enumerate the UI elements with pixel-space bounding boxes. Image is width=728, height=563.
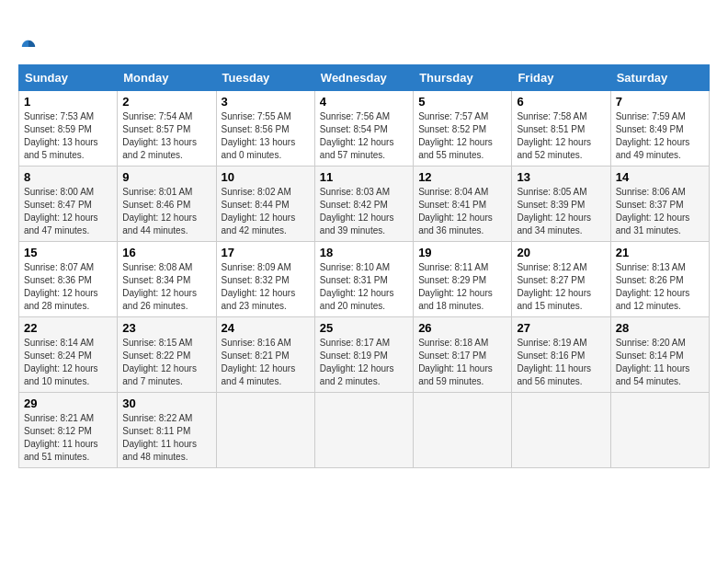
day-info: Sunrise: 7:54 AM Sunset: 8:57 PM Dayligh…	[122, 110, 210, 162]
page-header	[18, 18, 710, 59]
calendar-week-row: 8Sunrise: 8:00 AM Sunset: 8:47 PM Daylig…	[19, 167, 710, 242]
day-info: Sunrise: 8:06 AM Sunset: 8:37 PM Dayligh…	[616, 186, 704, 237]
day-number: 26	[418, 321, 506, 335]
calendar-cell: 25Sunrise: 8:17 AM Sunset: 8:19 PM Dayli…	[314, 317, 413, 393]
day-number: 25	[320, 321, 408, 335]
day-number: 15	[24, 246, 112, 259]
day-info: Sunrise: 8:08 AM Sunset: 8:34 PM Dayligh…	[122, 261, 210, 313]
day-info: Sunrise: 8:13 AM Sunset: 8:26 PM Dayligh…	[616, 261, 704, 313]
calendar-week-row: 15Sunrise: 8:07 AM Sunset: 8:36 PM Dayli…	[19, 242, 710, 317]
day-info: Sunrise: 8:01 AM Sunset: 8:46 PM Dayligh…	[122, 186, 210, 237]
calendar-cell: 12Sunrise: 8:04 AM Sunset: 8:41 PM Dayli…	[414, 167, 512, 242]
calendar-cell: 22Sunrise: 8:14 AM Sunset: 8:24 PM Dayli…	[19, 317, 118, 393]
calendar-header-row: SundayMondayTuesdayWednesdayThursdayFrid…	[19, 65, 710, 91]
day-number: 19	[418, 246, 506, 259]
calendar-cell: 14Sunrise: 8:06 AM Sunset: 8:37 PM Dayli…	[610, 167, 709, 242]
calendar-cell: 18Sunrise: 8:10 AM Sunset: 8:31 PM Dayli…	[314, 242, 413, 317]
calendar-cell: 10Sunrise: 8:02 AM Sunset: 8:44 PM Dayli…	[216, 167, 314, 242]
calendar-cell: 28Sunrise: 8:20 AM Sunset: 8:14 PM Dayli…	[610, 317, 709, 393]
calendar-cell: 1Sunrise: 7:53 AM Sunset: 8:59 PM Daylig…	[19, 91, 118, 167]
weekday-header-wednesday: Wednesday	[314, 65, 413, 91]
calendar-cell: 11Sunrise: 8:03 AM Sunset: 8:42 PM Dayli…	[314, 167, 413, 242]
day-number: 1	[24, 95, 112, 109]
calendar-cell: 16Sunrise: 8:08 AM Sunset: 8:34 PM Dayli…	[118, 242, 216, 317]
day-number: 18	[320, 246, 408, 259]
calendar-cell	[512, 393, 610, 468]
calendar-cell: 6Sunrise: 7:58 AM Sunset: 8:51 PM Daylig…	[512, 91, 610, 167]
day-info: Sunrise: 8:18 AM Sunset: 8:17 PM Dayligh…	[418, 337, 506, 388]
day-info: Sunrise: 8:07 AM Sunset: 8:36 PM Dayligh…	[24, 261, 112, 313]
day-number: 12	[418, 170, 506, 184]
day-number: 2	[122, 95, 210, 109]
weekday-header-sunday: Sunday	[19, 65, 118, 91]
day-number: 16	[122, 246, 210, 259]
calendar-cell: 4Sunrise: 7:56 AM Sunset: 8:54 PM Daylig…	[314, 91, 413, 167]
calendar-body: 1Sunrise: 7:53 AM Sunset: 8:59 PM Daylig…	[19, 91, 710, 468]
day-number: 14	[616, 170, 704, 184]
day-number: 10	[222, 170, 310, 184]
calendar-cell: 23Sunrise: 8:15 AM Sunset: 8:22 PM Dayli…	[118, 317, 216, 393]
day-info: Sunrise: 8:03 AM Sunset: 8:42 PM Dayligh…	[320, 186, 408, 237]
day-number: 8	[24, 170, 112, 184]
day-number: 20	[517, 246, 605, 259]
day-info: Sunrise: 8:21 AM Sunset: 8:12 PM Dayligh…	[24, 412, 112, 464]
day-info: Sunrise: 7:59 AM Sunset: 8:49 PM Dayligh…	[616, 110, 704, 162]
day-number: 22	[24, 321, 112, 335]
day-number: 9	[122, 170, 210, 184]
day-info: Sunrise: 8:00 AM Sunset: 8:47 PM Dayligh…	[24, 186, 112, 237]
day-info: Sunrise: 8:20 AM Sunset: 8:14 PM Dayligh…	[616, 337, 704, 388]
calendar-table: SundayMondayTuesdayWednesdayThursdayFrid…	[18, 64, 710, 468]
calendar-cell: 17Sunrise: 8:09 AM Sunset: 8:32 PM Dayli…	[216, 242, 314, 317]
day-info: Sunrise: 8:12 AM Sunset: 8:27 PM Dayligh…	[517, 261, 605, 313]
calendar-cell: 7Sunrise: 7:59 AM Sunset: 8:49 PM Daylig…	[610, 91, 709, 167]
weekday-header-thursday: Thursday	[414, 65, 512, 91]
calendar-week-row: 22Sunrise: 8:14 AM Sunset: 8:24 PM Dayli…	[19, 317, 710, 393]
calendar-week-row: 1Sunrise: 7:53 AM Sunset: 8:59 PM Daylig…	[19, 91, 710, 167]
day-number: 21	[616, 246, 704, 259]
day-number: 23	[122, 321, 210, 335]
calendar-cell	[216, 393, 314, 468]
day-number: 13	[517, 170, 605, 184]
day-number: 27	[517, 321, 605, 335]
day-info: Sunrise: 8:16 AM Sunset: 8:21 PM Dayligh…	[222, 337, 310, 388]
calendar-cell: 29Sunrise: 8:21 AM Sunset: 8:12 PM Dayli…	[19, 393, 118, 468]
day-number: 29	[24, 396, 112, 410]
weekday-header-tuesday: Tuesday	[216, 65, 314, 91]
day-number: 17	[222, 246, 310, 259]
calendar-cell	[314, 393, 413, 468]
day-info: Sunrise: 8:04 AM Sunset: 8:41 PM Dayligh…	[418, 186, 506, 237]
calendar-cell	[610, 393, 709, 468]
day-info: Sunrise: 7:56 AM Sunset: 8:54 PM Dayligh…	[320, 110, 408, 162]
weekday-header-saturday: Saturday	[610, 65, 709, 91]
calendar-cell: 30Sunrise: 8:22 AM Sunset: 8:11 PM Dayli…	[118, 393, 216, 468]
day-number: 11	[320, 170, 408, 184]
day-number: 24	[222, 321, 310, 335]
day-number: 5	[418, 95, 506, 109]
day-number: 3	[222, 95, 310, 109]
day-info: Sunrise: 7:53 AM Sunset: 8:59 PM Dayligh…	[24, 110, 112, 162]
calendar-cell: 21Sunrise: 8:13 AM Sunset: 8:26 PM Dayli…	[610, 242, 709, 317]
day-info: Sunrise: 8:15 AM Sunset: 8:22 PM Dayligh…	[122, 337, 210, 388]
calendar-cell: 24Sunrise: 8:16 AM Sunset: 8:21 PM Dayli…	[216, 317, 314, 393]
calendar-cell: 20Sunrise: 8:12 AM Sunset: 8:27 PM Dayli…	[512, 242, 610, 317]
day-info: Sunrise: 8:11 AM Sunset: 8:29 PM Dayligh…	[418, 261, 506, 313]
day-info: Sunrise: 8:09 AM Sunset: 8:32 PM Dayligh…	[222, 261, 310, 313]
day-number: 7	[616, 95, 704, 109]
day-number: 4	[320, 95, 408, 109]
day-number: 30	[122, 396, 210, 410]
day-info: Sunrise: 8:19 AM Sunset: 8:16 PM Dayligh…	[517, 337, 605, 388]
calendar-cell	[414, 393, 512, 468]
calendar-cell: 27Sunrise: 8:19 AM Sunset: 8:16 PM Dayli…	[512, 317, 610, 393]
calendar-cell: 15Sunrise: 8:07 AM Sunset: 8:36 PM Dayli…	[19, 242, 118, 317]
logo	[18, 18, 37, 59]
day-info: Sunrise: 7:58 AM Sunset: 8:51 PM Dayligh…	[517, 110, 605, 162]
day-info: Sunrise: 8:22 AM Sunset: 8:11 PM Dayligh…	[122, 412, 210, 464]
calendar-cell: 9Sunrise: 8:01 AM Sunset: 8:46 PM Daylig…	[118, 167, 216, 242]
calendar-cell: 13Sunrise: 8:05 AM Sunset: 8:39 PM Dayli…	[512, 167, 610, 242]
day-info: Sunrise: 8:05 AM Sunset: 8:39 PM Dayligh…	[517, 186, 605, 237]
day-info: Sunrise: 7:57 AM Sunset: 8:52 PM Dayligh…	[418, 110, 506, 162]
calendar-cell: 5Sunrise: 7:57 AM Sunset: 8:52 PM Daylig…	[414, 91, 512, 167]
day-info: Sunrise: 8:02 AM Sunset: 8:44 PM Dayligh…	[222, 186, 310, 237]
weekday-header-monday: Monday	[118, 65, 216, 91]
calendar-cell: 3Sunrise: 7:55 AM Sunset: 8:56 PM Daylig…	[216, 91, 314, 167]
